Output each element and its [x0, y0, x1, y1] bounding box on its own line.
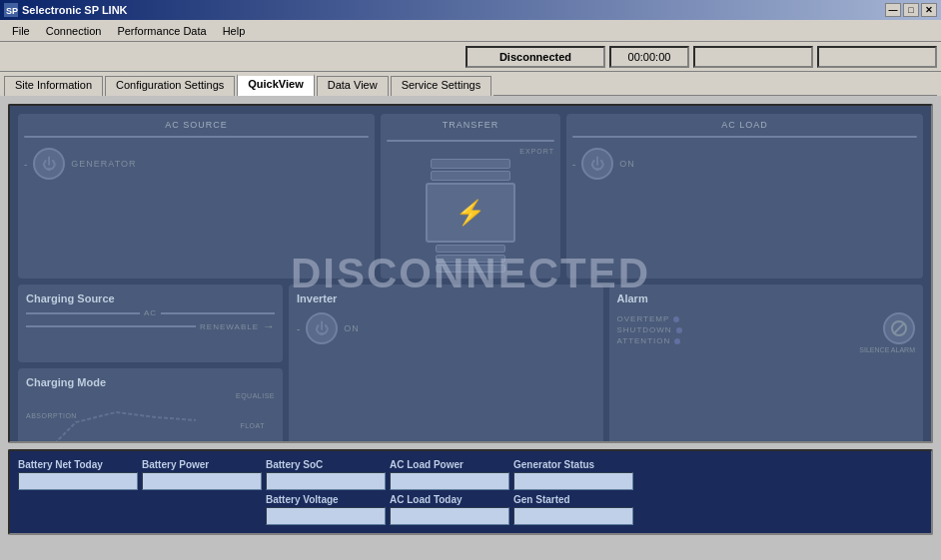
- right-panels: Inverter - ⏻ ON Alarm O: [289, 284, 923, 443]
- overtemp-dot: [673, 316, 679, 322]
- transfer-line: [387, 140, 554, 142]
- title-bar: SP Selectronic SP LINK — □ ✕: [0, 0, 941, 20]
- battery-line-5: [436, 265, 505, 273]
- battery-line-2: [431, 171, 510, 181]
- ac-load-today-label: AC Load Today: [390, 494, 509, 505]
- silence-alarm-label: SILENCE ALARM: [859, 346, 915, 353]
- alarm-items: OVERTEMP SHUTDOWN ATTENTION: [617, 312, 852, 347]
- battery-voltage-field: [266, 507, 386, 525]
- charging-mode-diagram: EQUALISE ABSORPTION FLOAT INITIAL/BULK: [26, 392, 275, 443]
- ac-load-power-stat: AC Load Power: [390, 459, 509, 490]
- tab-configuration-settings[interactable]: Configuration Settings: [105, 76, 235, 96]
- transfer-title: TRANSFER: [387, 120, 554, 130]
- inv-alarm-row: Inverter - ⏻ ON Alarm O: [289, 284, 923, 443]
- float-label: FLOAT: [240, 422, 265, 429]
- ac-source-line: [24, 136, 369, 138]
- no-symbol-icon: [890, 319, 908, 337]
- generator-icon: ⏻: [33, 148, 65, 180]
- menu-connection[interactable]: Connection: [38, 23, 110, 39]
- alarm-overtemp-row: OVERTEMP: [617, 314, 852, 323]
- alarm-title: Alarm: [617, 292, 916, 304]
- charging-mode-panel: Charging Mode EQUALISE ABSORPTION FLOAT …: [18, 368, 283, 443]
- battery-voltage-stat: Battery Voltage: [266, 494, 386, 525]
- battery-soc-stat: Battery SoC: [266, 459, 386, 490]
- inverter-title: Inverter: [297, 292, 595, 304]
- ac-load-row: - ⏻ ON: [572, 148, 917, 180]
- menu-help[interactable]: Help: [215, 23, 254, 39]
- ac-load-on-label: ON: [619, 159, 635, 169]
- ac-load-power-icon: ⏻: [581, 148, 613, 180]
- main-content: DISCONNECTED AC SOURCE - ⏻ GENERATOR TRA…: [0, 96, 941, 560]
- alarm-inner: OVERTEMP SHUTDOWN ATTENTION: [617, 312, 916, 353]
- cs-arrow: →: [263, 319, 275, 333]
- stat-group-2: Battery Power: [142, 459, 262, 525]
- cs-renewable-row: RENEWABLE →: [26, 319, 275, 333]
- toolbar-field-2: [817, 46, 937, 68]
- charging-source-title: Charging Source: [26, 292, 275, 304]
- cs-renewable-label: RENEWABLE: [200, 322, 259, 331]
- overtemp-label: OVERTEMP: [617, 314, 670, 323]
- alarm-attention-row: ATTENTION: [617, 336, 852, 345]
- ac-source-panel: AC SOURCE - ⏻ GENERATOR: [18, 114, 375, 279]
- attention-dot: [674, 338, 680, 344]
- transfer-panel: TRANSFER EXPORT ⚡: [381, 114, 560, 279]
- maximize-button[interactable]: □: [903, 3, 919, 17]
- ac-source-title: AC SOURCE: [24, 120, 369, 130]
- generator-label: GENERATOR: [71, 159, 136, 169]
- generator-status-label: Generator Status: [513, 459, 633, 470]
- battery-soc-field: [266, 472, 386, 490]
- cs-ac-line2: [161, 312, 275, 314]
- battery-container: ⚡: [387, 159, 554, 273]
- title-bar-text: Selectronic SP LINK: [22, 4, 128, 16]
- battery-line-4: [436, 255, 505, 263]
- charging-mode-title: Charging Mode: [26, 376, 275, 388]
- battery-net-today-field: [18, 472, 138, 490]
- time-display: 00:00:00: [609, 46, 689, 68]
- shutdown-dot: [676, 327, 682, 333]
- stat-group-5: Generator Status Gen Started: [513, 459, 633, 525]
- app-icon: SP: [4, 3, 18, 17]
- gen-started-label: Gen Started: [513, 494, 633, 505]
- charging-mode-curve: [26, 392, 226, 443]
- tab-quickview[interactable]: QuickView: [237, 74, 314, 96]
- cs-ren-line: [26, 325, 196, 327]
- bottom-row: Charging Source AC RENEWABLE → Charging …: [18, 284, 923, 443]
- ac-load-power-field: [390, 472, 509, 490]
- attention-label: ATTENTION: [617, 336, 671, 345]
- left-panels: Charging Source AC RENEWABLE → Charging …: [18, 284, 283, 443]
- battery-power-label: Battery Power: [142, 459, 262, 470]
- inverter-panel: Inverter - ⏻ ON: [289, 284, 603, 443]
- battery-voltage-label: Battery Voltage: [266, 494, 386, 505]
- battery-power-field: [142, 472, 262, 490]
- ac-load-dash: -: [572, 159, 575, 170]
- ac-load-today-field: [390, 507, 509, 525]
- silence-area: SILENCE ALARM: [859, 312, 915, 353]
- stat-group-1: Battery Net Today: [18, 459, 138, 525]
- tab-service-settings[interactable]: Service Settings: [391, 76, 491, 96]
- silence-alarm-button[interactable]: [883, 312, 915, 344]
- battery-net-today-label: Battery Net Today: [18, 459, 138, 470]
- svg-text:SP: SP: [6, 6, 18, 16]
- menu-file[interactable]: File: [4, 23, 38, 39]
- inverter-power-icon: ⏻: [306, 312, 338, 344]
- quickview-panel: DISCONNECTED AC SOURCE - ⏻ GENERATOR TRA…: [8, 104, 933, 443]
- tab-site-information[interactable]: Site Information: [4, 76, 103, 96]
- battery-net-today-stat: Battery Net Today: [18, 459, 138, 490]
- inv-dash: -: [297, 323, 300, 334]
- cs-ac-line: [26, 312, 140, 314]
- minimize-button[interactable]: —: [885, 3, 901, 17]
- battery-line-1: [431, 159, 510, 169]
- generator-status-field: [513, 472, 633, 490]
- inverter-on-label: ON: [344, 323, 360, 333]
- generator-status-stat: Generator Status: [513, 459, 633, 490]
- equalise-label: EQUALISE: [236, 392, 275, 399]
- tab-data-view[interactable]: Data View: [317, 76, 389, 96]
- tab-bar: Site Information Configuration Settings …: [0, 72, 941, 96]
- alarm-panel: Alarm OVERTEMP SHUTDOWN: [609, 284, 924, 443]
- close-button[interactable]: ✕: [921, 3, 937, 17]
- menu-performance-data[interactable]: Performance Data: [109, 23, 214, 39]
- stat-group-4: AC Load Power AC Load Today: [390, 459, 509, 525]
- alarm-shutdown-row: SHUTDOWN: [617, 325, 852, 334]
- gen-started-stat: Gen Started: [513, 494, 633, 525]
- ac-load-power-label: AC Load Power: [390, 459, 509, 470]
